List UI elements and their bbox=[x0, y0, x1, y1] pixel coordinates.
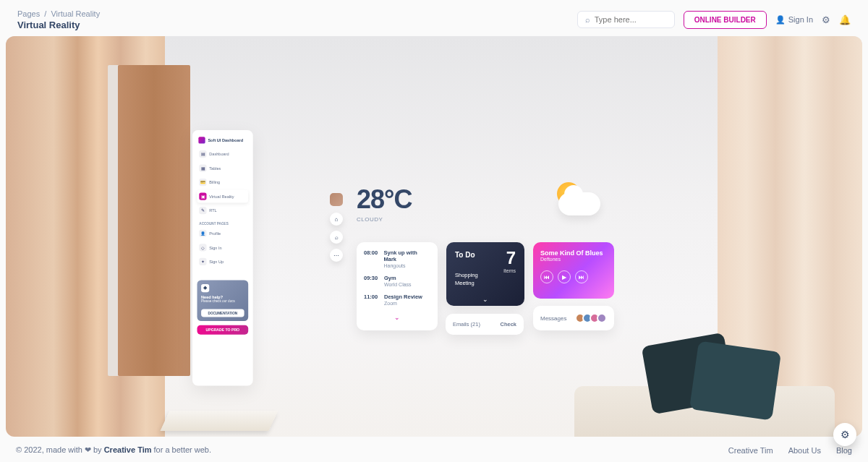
signin-icon: ◇ bbox=[199, 244, 206, 251]
signup-icon: ✦ bbox=[199, 258, 206, 265]
bell-icon[interactable]: 🔔 bbox=[839, 14, 851, 25]
chevron-down-icon[interactable]: ⌄ bbox=[482, 296, 488, 303]
sidebar-item-label: Billing bbox=[209, 180, 220, 184]
breadcrumb-current: Virtual Reality bbox=[51, 9, 100, 18]
sidebar-item-label: Virtual Reality bbox=[209, 194, 234, 199]
schedule-time: 11:00 bbox=[364, 294, 380, 306]
vr-stage: Soft UI Dashboard ▤Dashboard ▦Tables 💳Bi… bbox=[6, 36, 862, 437]
search-input[interactable] bbox=[595, 15, 667, 24]
music-artist: Deftones bbox=[540, 257, 607, 262]
side-actions: ⌂ ⌕ ⋯ bbox=[330, 213, 343, 262]
schedule-title: Synk up with Mark bbox=[384, 249, 430, 262]
gear-icon[interactable]: ⚙ bbox=[822, 14, 830, 25]
avatar[interactable] bbox=[330, 193, 343, 206]
nav-section-heading: Account Pages bbox=[197, 218, 249, 227]
todo-card[interactable]: To Do 7 items Shopping Meeting ⌄ bbox=[446, 242, 524, 306]
brand[interactable]: Soft UI Dashboard bbox=[197, 135, 249, 148]
schedule-row[interactable]: 11:00Design ReviewZoom bbox=[364, 294, 430, 306]
copyright: © 2022, made with ❤ by Creative Tim for … bbox=[16, 445, 211, 455]
sidebar-item-label: Sign In bbox=[209, 245, 221, 249]
dashboard-icon: ▤ bbox=[199, 150, 206, 158]
signin-link[interactable]: 👤 Sign In bbox=[775, 15, 813, 25]
sidebar-item-label: Tables bbox=[209, 166, 221, 171]
sidebar-item-label: Profile bbox=[209, 231, 221, 236]
sidebar-item-rtl[interactable]: ✎RTL bbox=[197, 204, 249, 217]
home-icon[interactable]: ⌂ bbox=[330, 213, 343, 226]
todo-list: Shopping Meeting bbox=[455, 272, 516, 287]
search-box[interactable]: ⌕ bbox=[577, 11, 675, 28]
weather-condition: CLOUDY bbox=[357, 216, 412, 223]
schedule-row[interactable]: 09:30GymWorld Class bbox=[364, 275, 430, 287]
sidenav: Soft UI Dashboard ▤Dashboard ▦Tables 💳Bi… bbox=[192, 130, 253, 385]
weather-widget: 28°C CLOUDY bbox=[357, 184, 412, 223]
schedule-sub: World Class bbox=[384, 282, 412, 287]
sidebar-item-signup[interactable]: ✦Sign Up bbox=[197, 255, 249, 268]
footer-brand[interactable]: Creative Tim bbox=[104, 445, 152, 454]
next-track-icon[interactable]: ⏭ bbox=[575, 270, 588, 283]
footer-link[interactable]: Creative Tim bbox=[728, 446, 773, 455]
footer-link[interactable]: About Us bbox=[788, 446, 821, 455]
page-title: Virtual Reality bbox=[17, 20, 100, 30]
play-icon[interactable]: ▶ bbox=[558, 270, 571, 283]
sidebar-item-label: Sign Up bbox=[209, 260, 224, 264]
avatar-stack bbox=[578, 313, 607, 323]
brand-logo-icon bbox=[198, 137, 205, 143]
footer-links: Creative Tim About Us Blog bbox=[715, 446, 852, 455]
footer-link[interactable]: Blog bbox=[836, 446, 852, 455]
help-icon: ◆ bbox=[201, 284, 209, 292]
breadcrumb: Pages / Virtual Reality bbox=[17, 9, 100, 18]
breadcrumb-root[interactable]: Pages bbox=[17, 9, 40, 18]
rtl-icon: ✎ bbox=[199, 207, 206, 214]
settings-fab[interactable]: ⚙ bbox=[833, 423, 856, 446]
prev-track-icon[interactable]: ⏮ bbox=[540, 270, 553, 283]
todo-items-label: items bbox=[503, 268, 516, 273]
schedule-card: 08:00Synk up with MarkHangouts 09:30GymW… bbox=[357, 242, 438, 330]
todo-item: Meeting bbox=[455, 280, 516, 288]
schedule-time: 08:00 bbox=[364, 249, 380, 268]
schedule-sub: Zoom bbox=[384, 301, 422, 306]
gear-icon: ⚙ bbox=[841, 429, 850, 440]
more-icon[interactable]: ⋯ bbox=[330, 249, 343, 262]
brand-label: Soft UI Dashboard bbox=[208, 138, 243, 142]
emails-check-link[interactable]: Check bbox=[500, 321, 516, 328]
schedule-sub: Hangouts bbox=[384, 263, 430, 268]
topbar: Pages / Virtual Reality Virtual Reality … bbox=[0, 0, 868, 36]
help-card: ◆ Need help? Please check our docs DOCUM… bbox=[197, 280, 249, 321]
temperature: 28°C bbox=[357, 184, 412, 215]
schedule-row[interactable]: 08:00Synk up with MarkHangouts bbox=[364, 249, 430, 268]
billing-icon: 💳 bbox=[199, 179, 206, 186]
emails-label: Emails (21) bbox=[453, 321, 480, 328]
messages-card[interactable]: Messages bbox=[533, 306, 614, 330]
todo-count: 7 bbox=[506, 248, 516, 268]
online-builder-button[interactable]: ONLINE BUILDER bbox=[684, 11, 767, 29]
tables-icon: ▦ bbox=[199, 164, 206, 171]
sidebar-item-profile[interactable]: 👤Profile bbox=[197, 227, 249, 240]
sidebar-item-dashboard[interactable]: ▤Dashboard bbox=[197, 147, 249, 161]
vr-icon: ▣ bbox=[199, 192, 206, 200]
profile-icon: 👤 bbox=[199, 230, 206, 237]
schedule-title: Design Review bbox=[384, 294, 422, 300]
search-icon[interactable]: ⌕ bbox=[330, 231, 343, 244]
footer: © 2022, made with ❤ by Creative Tim for … bbox=[0, 438, 868, 462]
sidebar-item-tables[interactable]: ▦Tables bbox=[197, 162, 249, 175]
music-title: Some Kind Of Blues bbox=[540, 249, 607, 257]
sidebar-item-signin[interactable]: ◇Sign In bbox=[197, 241, 249, 254]
help-subtitle: Please check our docs bbox=[201, 299, 244, 303]
room-bg bbox=[6, 36, 862, 437]
search-icon: ⌕ bbox=[585, 15, 590, 24]
sidebar-item-virtual-reality[interactable]: ▣Virtual Reality bbox=[197, 190, 249, 203]
messages-label: Messages bbox=[540, 315, 566, 322]
schedule-title: Gym bbox=[384, 275, 412, 281]
avatar bbox=[597, 313, 607, 323]
signin-label: Sign In bbox=[788, 15, 813, 24]
upgrade-button[interactable]: UPGRADE TO PRO bbox=[197, 325, 249, 335]
sidebar-item-label: RTL bbox=[209, 208, 216, 213]
sidebar-item-billing[interactable]: 💳Billing bbox=[197, 176, 249, 189]
chevron-down-icon[interactable]: ⌄ bbox=[364, 312, 430, 322]
user-icon: 👤 bbox=[775, 15, 786, 25]
weather-icon bbox=[547, 181, 605, 221]
emails-card[interactable]: Emails (21) Check bbox=[446, 314, 524, 335]
sidebar-item-label: Dashboard bbox=[209, 152, 229, 156]
documentation-button[interactable]: DOCUMENTATION bbox=[201, 309, 244, 317]
schedule-time: 09:30 bbox=[364, 275, 380, 287]
